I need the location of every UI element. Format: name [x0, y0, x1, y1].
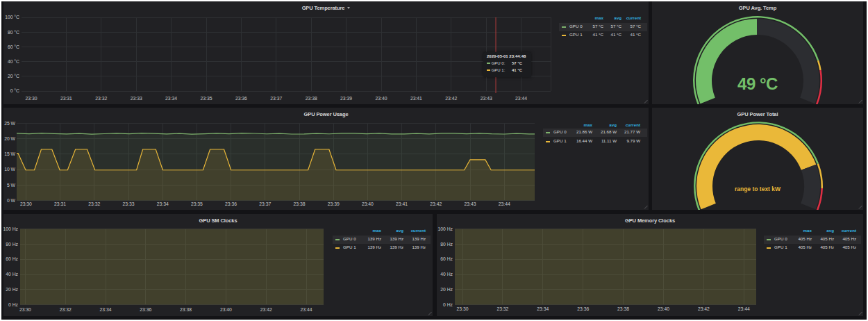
svg-text:23:40: 23:40: [220, 307, 232, 312]
svg-text:0 Hz: 0 Hz: [8, 302, 19, 307]
svg-text:23:42: 23:42: [260, 307, 272, 312]
svg-text:range to text kW: range to text kW: [735, 186, 781, 192]
svg-text:23:38: 23:38: [180, 307, 192, 312]
svg-text:23:34: 23:34: [157, 201, 169, 206]
svg-text:23:32: 23:32: [60, 307, 72, 312]
svg-text:80 Hz: 80 Hz: [440, 242, 453, 247]
svg-text:23:33: 23:33: [131, 96, 142, 101]
svg-text:23:44: 23:44: [738, 306, 750, 311]
svg-text:23:34: 23:34: [165, 96, 177, 101]
svg-text:20 Hz: 20 Hz: [6, 287, 18, 292]
svg-text:100 Hz: 100 Hz: [3, 227, 19, 231]
svg-text:23:30: 23:30: [19, 307, 31, 312]
svg-text:25 W: 25 W: [4, 121, 15, 126]
svg-text:23:40: 23:40: [375, 96, 387, 101]
svg-text:23:30: 23:30: [25, 96, 37, 101]
svg-text:80 Hz: 80 Hz: [6, 242, 18, 247]
svg-text:23:41: 23:41: [396, 201, 408, 206]
svg-text:60 °C: 60 °C: [8, 44, 19, 49]
svg-text:23:40: 23:40: [362, 201, 374, 206]
svg-text:23:35: 23:35: [191, 201, 203, 206]
svg-text:20 W: 20 W: [4, 136, 15, 141]
svg-text:23:41: 23:41: [410, 96, 422, 101]
svg-text:23:36: 23:36: [140, 307, 151, 312]
svg-text:40 Hz: 40 Hz: [440, 272, 453, 277]
svg-text:80 °C: 80 °C: [8, 30, 19, 35]
svg-text:0 Hz: 0 Hz: [443, 302, 453, 307]
svg-text:23:42: 23:42: [430, 201, 442, 206]
svg-text:23:43: 23:43: [481, 96, 492, 101]
svg-text:23:31: 23:31: [54, 201, 66, 206]
svg-text:23:37: 23:37: [259, 201, 271, 206]
svg-text:23:32: 23:32: [95, 96, 107, 101]
svg-text:23:36: 23:36: [577, 306, 589, 311]
svg-text:23:39: 23:39: [340, 96, 352, 101]
svg-text:23:42: 23:42: [698, 306, 710, 311]
svg-text:23:32: 23:32: [496, 306, 508, 311]
svg-text:23:39: 23:39: [328, 201, 340, 206]
svg-text:5 W: 5 W: [7, 183, 16, 188]
svg-text:23:38: 23:38: [293, 201, 305, 206]
svg-text:23:34: 23:34: [537, 306, 549, 311]
svg-text:23:35: 23:35: [200, 96, 212, 101]
svg-text:23:44: 23:44: [499, 201, 510, 206]
svg-text:60 Hz: 60 Hz: [440, 256, 453, 261]
svg-text:49 °C: 49 °C: [737, 74, 778, 93]
svg-text:40 °C: 40 °C: [8, 59, 19, 64]
svg-text:100 Hz: 100 Hz: [437, 227, 453, 231]
svg-text:60 Hz: 60 Hz: [6, 256, 18, 261]
svg-text:40 Hz: 40 Hz: [6, 272, 18, 277]
svg-text:10 W: 10 W: [4, 167, 15, 172]
svg-text:23:36: 23:36: [235, 96, 247, 101]
svg-text:15 W: 15 W: [4, 151, 15, 156]
svg-text:0 °C: 0 °C: [10, 88, 19, 93]
svg-text:23:36: 23:36: [225, 201, 237, 206]
svg-text:23:34: 23:34: [99, 307, 111, 312]
svg-text:23:43: 23:43: [464, 201, 476, 206]
svg-text:23:38: 23:38: [306, 96, 317, 101]
svg-text:23:44: 23:44: [300, 307, 312, 312]
svg-text:23:38: 23:38: [617, 306, 629, 311]
svg-text:23:44: 23:44: [515, 96, 527, 101]
svg-text:23:40: 23:40: [658, 306, 669, 311]
svg-text:100 °C: 100 °C: [5, 15, 19, 19]
svg-text:23:31: 23:31: [60, 96, 72, 101]
svg-text:23:30: 23:30: [456, 306, 468, 311]
svg-text:20 Hz: 20 Hz: [440, 287, 453, 292]
svg-text:23:42: 23:42: [445, 96, 457, 101]
svg-text:23:30: 23:30: [20, 201, 32, 206]
svg-text:20 °C: 20 °C: [8, 74, 19, 79]
svg-text:0 W: 0 W: [7, 198, 16, 203]
svg-text:23:33: 23:33: [122, 201, 134, 206]
svg-text:23:32: 23:32: [88, 201, 100, 206]
svg-text:23:37: 23:37: [270, 96, 282, 101]
